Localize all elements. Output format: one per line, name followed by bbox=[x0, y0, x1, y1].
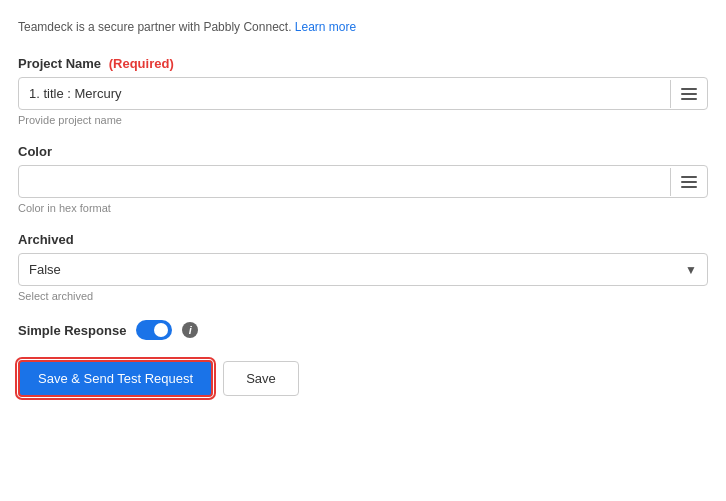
color-hint: Color in hex format bbox=[18, 202, 708, 214]
archived-field: Archived False True ▼ Select archived bbox=[18, 232, 708, 302]
simple-response-toggle[interactable] bbox=[136, 320, 172, 340]
menu-lines-icon bbox=[681, 88, 697, 100]
archived-select-wrapper: False True ▼ bbox=[18, 253, 708, 286]
buttons-row: Save & Send Test Request Save bbox=[18, 360, 708, 397]
project-name-field: Project Name (Required) Provide project … bbox=[18, 56, 708, 126]
archived-select[interactable]: False True bbox=[19, 254, 707, 285]
project-name-input[interactable] bbox=[19, 78, 670, 109]
simple-response-row: Simple Response i bbox=[18, 320, 708, 340]
color-field: Color Color in hex format bbox=[18, 144, 708, 214]
info-bar: Teamdeck is a secure partner with Pabbly… bbox=[18, 20, 708, 34]
required-badge: (Required) bbox=[109, 56, 174, 71]
save-send-button[interactable]: Save & Send Test Request bbox=[18, 360, 213, 397]
project-name-menu-icon[interactable] bbox=[670, 80, 707, 108]
info-icon[interactable]: i bbox=[182, 322, 198, 338]
main-container: Teamdeck is a secure partner with Pabbly… bbox=[0, 0, 726, 417]
project-name-label: Project Name (Required) bbox=[18, 56, 708, 71]
archived-label: Archived bbox=[18, 232, 708, 247]
color-label: Color bbox=[18, 144, 708, 159]
project-name-input-wrapper bbox=[18, 77, 708, 110]
project-name-hint: Provide project name bbox=[18, 114, 708, 126]
learn-more-link[interactable]: Learn more bbox=[295, 20, 356, 34]
color-menu-lines-icon bbox=[681, 176, 697, 188]
save-button[interactable]: Save bbox=[223, 361, 299, 396]
archived-hint: Select archived bbox=[18, 290, 708, 302]
color-input-wrapper bbox=[18, 165, 708, 198]
color-input[interactable] bbox=[19, 166, 670, 197]
simple-response-label: Simple Response bbox=[18, 323, 126, 338]
color-menu-icon[interactable] bbox=[670, 168, 707, 196]
toggle-slider bbox=[136, 320, 172, 340]
info-bar-text: Teamdeck is a secure partner with Pabbly… bbox=[18, 20, 291, 34]
